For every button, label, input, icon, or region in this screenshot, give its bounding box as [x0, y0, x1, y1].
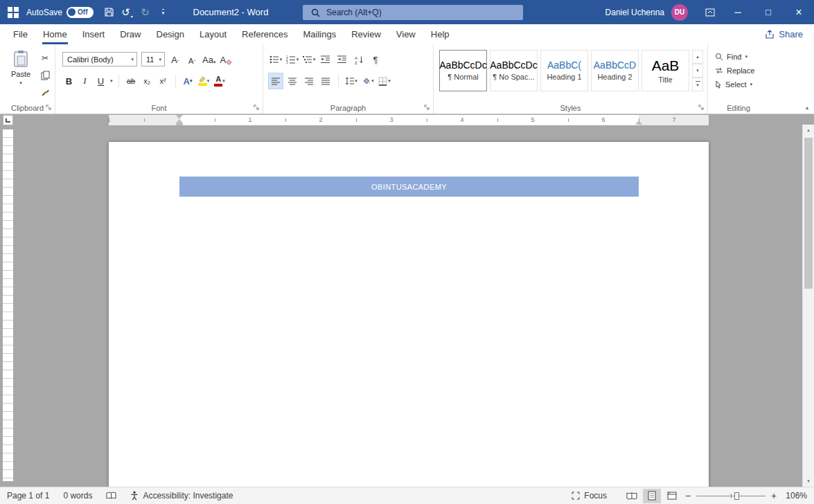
tab-help[interactable]: Help	[423, 24, 457, 44]
zoom-slider-thumb[interactable]	[734, 492, 739, 500]
bullets-button[interactable]: ▾	[269, 52, 283, 67]
find-button[interactable]: Find ▾	[715, 53, 754, 61]
tab-insert[interactable]: Insert	[75, 24, 113, 44]
autosave-toggle[interactable]: AutoSave Off	[26, 7, 94, 18]
replace-button[interactable]: Replace	[715, 66, 754, 75]
focus-mode-button[interactable]: Focus	[572, 491, 607, 501]
tab-mailings[interactable]: Mailings	[296, 24, 344, 44]
zoom-level[interactable]: 106%	[781, 491, 807, 501]
zoom-slider[interactable]	[696, 490, 766, 502]
bold-button[interactable]: B	[62, 73, 76, 89]
style-title[interactable]: AaB Title	[642, 50, 689, 91]
word-app-icon[interactable]	[0, 7, 26, 18]
shrink-font-button[interactable]: Aˇ	[186, 53, 198, 66]
align-center-button[interactable]	[285, 73, 299, 89]
shading-button[interactable]: ▾	[361, 73, 375, 89]
right-indent-marker[interactable]	[635, 120, 642, 125]
page-indicator[interactable]: Page 1 of 1	[7, 491, 49, 501]
accessibility-checker-button[interactable]: Accessibility: Investigate	[130, 491, 233, 501]
horizontal-ruler[interactable]: 1 1 2 3 4 5 6 7	[109, 115, 709, 125]
share-button[interactable]: Share	[765, 24, 814, 44]
font-dialog-launcher[interactable]	[254, 105, 260, 111]
font-size-select[interactable]: 11 ▾	[141, 52, 165, 66]
style-heading-1[interactable]: AaBbC( Heading 1	[540, 50, 588, 91]
read-mode-button[interactable]	[623, 489, 641, 503]
user-name[interactable]: Daniel Uchenna	[605, 8, 664, 17]
scroll-down-button[interactable]: ▾	[803, 476, 814, 487]
proofing-status-button[interactable]	[106, 492, 116, 500]
tab-home[interactable]: Home	[35, 24, 75, 44]
left-indent-marker[interactable]	[176, 123, 183, 125]
line-spacing-button[interactable]: ▾	[344, 73, 358, 89]
numbering-button[interactable]: 123 ▾	[285, 52, 299, 67]
tab-file[interactable]: File	[6, 24, 35, 44]
cut-button[interactable]: ✂	[39, 53, 51, 63]
tab-review[interactable]: Review	[344, 24, 389, 44]
close-button[interactable]: ×	[784, 0, 814, 24]
copy-button[interactable]	[39, 70, 51, 80]
web-layout-button[interactable]	[663, 489, 681, 503]
tab-stop-selector[interactable]	[3, 115, 13, 125]
scroll-up-button[interactable]: ▴	[803, 125, 814, 136]
superscript-button[interactable]: x²	[157, 73, 170, 89]
redo-button[interactable]: ↻	[136, 3, 154, 21]
subscript-button[interactable]: x₂	[141, 73, 154, 89]
justify-button[interactable]	[319, 73, 333, 89]
tab-design[interactable]: Design	[149, 24, 192, 44]
maximize-button[interactable]: □	[753, 0, 784, 24]
zoom-in-button[interactable]: +	[767, 489, 781, 503]
tab-layout[interactable]: Layout	[192, 24, 234, 44]
sort-button[interactable]: AZ	[352, 52, 366, 67]
user-avatar[interactable]: DU	[671, 4, 688, 21]
paragraph-dialog-launcher[interactable]	[424, 105, 430, 111]
italic-button[interactable]: I	[78, 73, 91, 89]
styles-scroll-up-button[interactable]: ▴	[692, 50, 703, 64]
chevron-down-icon[interactable]: ▾	[110, 78, 113, 84]
text-effects-button[interactable]: A▾	[182, 73, 195, 89]
style-heading-2[interactable]: AaBbCcD Heading 2	[591, 50, 639, 91]
align-right-button[interactable]	[302, 73, 316, 89]
strikethrough-button[interactable]: ab	[125, 73, 138, 89]
highlight-button[interactable]: ▾	[197, 73, 211, 89]
clear-formatting-button[interactable]: A	[220, 53, 232, 66]
scrollbar-thumb[interactable]	[804, 138, 813, 289]
styles-dialog-launcher[interactable]	[698, 105, 705, 111]
style-normal[interactable]: AaBbCcDc ¶ Normal	[439, 50, 487, 91]
align-left-button[interactable]	[269, 73, 283, 89]
grow-font-button[interactable]: Aˆ	[169, 53, 182, 66]
select-button[interactable]: Select ▾	[715, 80, 754, 89]
font-name-select[interactable]: Calibri (Body) ▾	[62, 52, 137, 66]
ribbon-display-options-button[interactable]	[698, 0, 723, 24]
tab-references[interactable]: References	[234, 24, 295, 44]
clipboard-dialog-launcher[interactable]	[46, 105, 52, 111]
save-button[interactable]	[100, 3, 118, 21]
change-case-button[interactable]: Aa▾	[202, 53, 215, 66]
autosave-switch[interactable]: Off	[67, 7, 93, 18]
document-page[interactable]: OBINTUSACADEMY	[109, 142, 709, 487]
minimize-button[interactable]: ─	[723, 0, 753, 24]
paste-button[interactable]: Paste ▾	[6, 50, 36, 86]
style-no-spacing[interactable]: AaBbCcDc ¶ No Spac...	[490, 50, 538, 91]
multilevel-list-button[interactable]: ▾	[302, 52, 316, 67]
tab-draw[interactable]: Draw	[112, 24, 148, 44]
font-color-button[interactable]: A ▾	[213, 73, 227, 89]
print-layout-button[interactable]	[643, 489, 661, 503]
underline-button[interactable]: U	[94, 73, 107, 89]
undo-button[interactable]: ↺▾	[118, 3, 136, 21]
vertical-ruler[interactable]	[3, 129, 13, 481]
increase-indent-button[interactable]	[335, 52, 349, 67]
vertical-scrollbar[interactable]: ▴ ▾	[802, 125, 814, 487]
search-box[interactable]: Search (Alt+Q)	[303, 5, 523, 20]
title-banner[interactable]: OBINTUSACADEMY	[179, 177, 639, 197]
tab-view[interactable]: View	[389, 24, 423, 44]
show-formatting-marks-button[interactable]: ¶	[369, 52, 382, 67]
decrease-indent-button[interactable]	[319, 52, 333, 67]
styles-scroll-down-button[interactable]: ▾	[692, 64, 703, 78]
zoom-out-button[interactable]: −	[681, 489, 695, 503]
format-painter-button[interactable]	[39, 87, 51, 98]
styles-gallery-expand-button[interactable]: ▾	[692, 78, 703, 91]
collapse-ribbon-button[interactable]: ▴	[806, 105, 808, 111]
customize-qat-button[interactable]: ▾	[154, 3, 172, 21]
borders-button[interactable]: ▾	[378, 73, 391, 89]
word-count[interactable]: 0 words	[63, 491, 92, 501]
